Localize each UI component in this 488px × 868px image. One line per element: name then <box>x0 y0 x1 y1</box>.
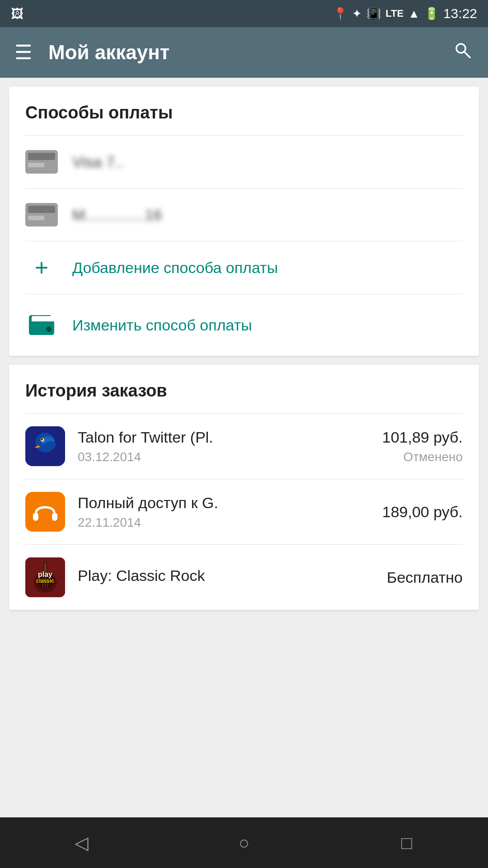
wallet-icon <box>25 309 58 341</box>
recent-icon: □ <box>401 833 412 853</box>
back-icon: ◁ <box>75 832 89 853</box>
payment-methods-title: Способы оплаты <box>9 87 479 135</box>
lte-icon: LTE <box>385 8 404 19</box>
classic-app-icon: play classic <box>25 557 65 597</box>
order-item-gmusic[interactable]: Полный доступ к G. 22.11.2014 189,00 руб… <box>9 479 479 544</box>
gmusic-order-price: 189,00 руб. <box>382 503 463 521</box>
location-icon: 📍 <box>333 7 347 21</box>
visa-payment-item[interactable]: Visa 7.. <box>9 136 479 188</box>
status-time: 13:22 <box>443 6 477 21</box>
change-payment-label: Изменить способ оплаты <box>72 316 252 334</box>
gallery-icon: 🖼 <box>11 6 23 21</box>
talon-order-price: 101,89 руб. <box>382 429 463 446</box>
svg-point-9 <box>41 439 43 440</box>
mastercard-payment-item[interactable]: M..............16 <box>9 189 479 241</box>
svg-rect-2 <box>29 321 54 324</box>
home-button[interactable]: ○ <box>226 825 262 861</box>
svg-rect-12 <box>33 513 38 521</box>
menu-icon[interactable]: ☰ <box>14 42 32 62</box>
gmusic-price-container: 189,00 руб. <box>382 503 463 521</box>
talon-order-name: Talon for Twitter (Pl. <box>78 429 370 446</box>
vibrate-icon: 📳 <box>366 7 381 21</box>
bluetooth-icon: ✦ <box>352 7 362 21</box>
status-bar-right: 📍 ✦ 📳 LTE ▲ 🔋 13:22 <box>333 6 477 21</box>
toolbar: ☰ Мой аккаунт <box>0 27 488 78</box>
gmusic-order-info: Полный доступ к G. 22.11.2014 <box>78 494 370 530</box>
card-stripe <box>28 153 55 160</box>
talon-order-info: Talon for Twitter (Pl. 03.12.2014 <box>78 429 370 464</box>
status-bar-left: 🖼 <box>11 6 27 21</box>
order-item-talon[interactable]: Talon for Twitter (Pl. 03.12.2014 101,89… <box>9 414 479 479</box>
mc-stripe2 <box>28 216 44 220</box>
classic-order-price: Бесплатно <box>387 569 463 586</box>
order-item-classic[interactable]: play classic Play: Classic Rock Бесплатн… <box>9 545 479 610</box>
change-payment-item[interactable]: Изменить способ оплаты <box>9 294 479 356</box>
gmusic-app-icon <box>25 492 65 532</box>
order-history-card: История заказов Talon for T <box>9 365 479 610</box>
payment-methods-card: Способы оплаты Visa 7.. M..............1… <box>9 87 479 356</box>
main-content: Способы оплаты Visa 7.. M..............1… <box>0 78 488 817</box>
talon-order-date: 03.12.2014 <box>78 450 370 464</box>
visa-label: Visa 7.. <box>72 153 123 171</box>
nav-bar: ◁ ○ □ <box>0 817 488 868</box>
svg-line-1 <box>465 52 470 57</box>
gmusic-order-date: 22.11.2014 <box>78 515 370 530</box>
back-button[interactable]: ◁ <box>63 825 99 861</box>
order-history-title: История заказов <box>9 365 479 413</box>
visa-card-icon <box>25 150 58 174</box>
add-payment-label: Добавление способа оплаты <box>72 259 278 277</box>
svg-point-3 <box>46 326 52 332</box>
classic-price-container: Бесплатно <box>387 569 463 586</box>
talon-app-icon <box>25 426 65 466</box>
card-stripe2 <box>28 163 44 167</box>
svg-rect-11 <box>27 494 63 530</box>
status-bar: 🖼 📍 ✦ 📳 LTE ▲ 🔋 13:22 <box>0 0 488 27</box>
svg-rect-13 <box>52 513 57 521</box>
mc-stripe <box>28 206 55 213</box>
talon-price-container: 101,89 руб. Отменено <box>382 429 463 464</box>
classic-order-name: Play: Classic Rock <box>78 567 374 585</box>
add-payment-item[interactable]: + Добавление способа оплаты <box>9 241 479 294</box>
home-icon: ○ <box>239 833 249 853</box>
battery-icon: 🔋 <box>424 7 439 21</box>
search-icon[interactable] <box>452 39 474 66</box>
talon-order-status: Отменено <box>404 450 463 464</box>
classic-order-info: Play: Classic Rock <box>78 567 374 588</box>
signal-icon: ▲ <box>408 7 420 21</box>
mc-card-icon <box>25 203 58 226</box>
page-title: Мой аккаунт <box>48 41 452 64</box>
recent-button[interactable]: □ <box>389 825 425 861</box>
gmusic-order-name: Полный доступ к G. <box>78 494 370 512</box>
plus-icon: + <box>25 256 58 279</box>
mc-label: M..............16 <box>72 206 162 224</box>
